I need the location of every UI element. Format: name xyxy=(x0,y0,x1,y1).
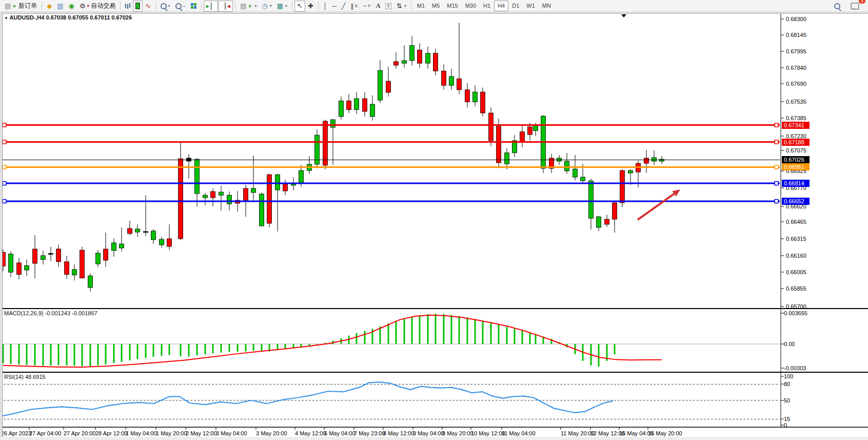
price-line-label: 0.67341 xyxy=(782,122,810,129)
line-handle[interactable] xyxy=(775,140,778,144)
candle xyxy=(331,120,336,127)
zoom-in-button[interactable]: + xyxy=(158,1,173,12)
crosshair-button[interactable]: ✚ xyxy=(305,1,316,12)
candle xyxy=(267,175,272,223)
time-axis-label: 11 May 04:00 xyxy=(502,430,536,437)
search-icon xyxy=(834,3,840,9)
bar-chart-button[interactable] xyxy=(123,1,133,12)
notifications-button[interactable]: 1 xyxy=(848,1,862,12)
line-handle[interactable] xyxy=(775,123,778,127)
horizontal-line-button[interactable]: ─ xyxy=(329,1,339,12)
rsi-axis-label: 50 xyxy=(784,397,790,404)
new-order-button[interactable]: ▤＋ 新订单 xyxy=(2,1,40,12)
candle xyxy=(179,159,183,239)
vertical-line-button[interactable]: │ xyxy=(321,1,330,12)
line-handle[interactable] xyxy=(3,140,6,144)
line-handle[interactable] xyxy=(775,165,778,169)
tab-timeframe-M1[interactable]: M1 xyxy=(413,1,428,11)
line-handle[interactable] xyxy=(3,123,6,127)
chart-shift-button[interactable]: ▕◂ xyxy=(218,1,233,12)
arrows-button[interactable]: ⇅▾ xyxy=(394,1,409,12)
price-axis-label: 0.67995 xyxy=(786,48,806,55)
signal-icon: ◉ xyxy=(69,3,74,9)
chart-plot-area[interactable] xyxy=(0,13,868,440)
signals-button[interactable]: ◉ xyxy=(66,1,77,12)
blue-page-icon: ▥ xyxy=(57,3,63,9)
bar-glyph: ▏ xyxy=(211,3,215,10)
text-label-button[interactable]: T xyxy=(383,1,394,12)
trend-arrow-shaft[interactable] xyxy=(638,192,677,220)
time-axis-label: 28 Apr 12:00 xyxy=(95,430,127,437)
candle xyxy=(605,219,609,224)
indicators-button[interactable]: ▤＋▾ xyxy=(238,1,259,12)
red-dot-icon: • xyxy=(87,3,90,9)
tab-timeframe-W1[interactable]: W1 xyxy=(523,1,539,11)
candle xyxy=(80,250,85,278)
candle xyxy=(465,90,470,102)
candle xyxy=(644,158,649,163)
macd-label: MACD(12,26,9) -0.001243 -0.001867 xyxy=(4,310,97,317)
autoscroll-button[interactable]: ▸▏ xyxy=(204,1,219,12)
line-handle[interactable] xyxy=(3,165,6,169)
clock-icon: ◷ xyxy=(262,3,267,9)
cursor-button[interactable]: ↖ xyxy=(294,1,305,12)
tab-timeframe-M30[interactable]: M30 xyxy=(462,1,480,11)
line-handle[interactable] xyxy=(3,199,6,203)
line-handle[interactable] xyxy=(3,182,6,185)
tab-timeframe-MN[interactable]: MN xyxy=(539,1,555,11)
candle xyxy=(347,101,351,109)
candle xyxy=(260,194,264,226)
candle xyxy=(489,113,494,141)
chart-region[interactable]: ▼ AUDUSD-,H4 0.67038 0.67055 0.67011 0.6… xyxy=(0,13,868,440)
line-chart-button[interactable]: ∿ xyxy=(143,1,153,12)
time-axis-label: 11 May 20:00 xyxy=(561,430,595,437)
tab-timeframe-D1[interactable]: D1 xyxy=(508,1,523,11)
price-axis-label: 0.66160 xyxy=(786,253,806,259)
bar-glyph: ▕ xyxy=(221,3,225,10)
price-axis-label: 0.66315 xyxy=(786,236,806,242)
candle xyxy=(565,161,569,171)
line-handle[interactable] xyxy=(775,199,778,203)
price-line-label: 0.66652 xyxy=(782,198,810,205)
tab-timeframe-H1[interactable]: H1 xyxy=(480,1,494,11)
line-handle[interactable] xyxy=(775,182,778,185)
trendline-button[interactable]: ╱ xyxy=(339,1,348,12)
tile-windows-button[interactable] xyxy=(188,1,199,12)
autotrading-button[interactable]: ⚙• 自动交易 xyxy=(77,1,118,12)
separator xyxy=(292,2,292,10)
time-axis-label: 10 May 12:00 xyxy=(471,430,505,437)
candle xyxy=(363,99,367,111)
zoom-out-button[interactable]: − xyxy=(173,1,188,12)
candle xyxy=(426,53,430,63)
fibonacci-button[interactable]: ┄F xyxy=(361,1,373,12)
candle xyxy=(394,62,399,65)
rsi-axis-label: 0 xyxy=(784,422,787,429)
candle xyxy=(339,101,344,117)
symbol-dropdown-icon[interactable]: ▼ xyxy=(4,16,8,21)
candle xyxy=(497,126,501,163)
symbol-title: ▼ AUDUSD-,H4 0.67038 0.67055 0.67011 0.6… xyxy=(4,14,132,22)
tab-timeframe-H4[interactable]: H4 xyxy=(494,1,508,11)
separator xyxy=(235,2,235,10)
candle xyxy=(597,217,601,227)
candle xyxy=(227,195,232,204)
right-tools: 1 xyxy=(832,1,866,12)
candle xyxy=(195,159,200,194)
tab-timeframe-M15[interactable]: M15 xyxy=(443,1,461,11)
candle xyxy=(96,253,101,264)
blue-page-button[interactable]: ▥ xyxy=(54,1,66,12)
candle xyxy=(534,125,538,131)
tab-timeframe-M5[interactable]: M5 xyxy=(428,1,443,11)
text-button[interactable]: A xyxy=(373,1,383,12)
price-line-label: 0.67188 xyxy=(782,139,810,146)
price-axis-label: 0.68145 xyxy=(786,32,806,39)
gold-badge-button[interactable]: ◆ xyxy=(44,1,54,12)
fibonacci-icon: ┄ xyxy=(363,3,367,10)
periods-button[interactable]: ◷▾ xyxy=(259,1,274,12)
candle xyxy=(135,229,140,232)
search-button[interactable] xyxy=(832,1,843,12)
channel-button[interactable]: ∥E xyxy=(348,1,360,12)
candlestick-chart-button[interactable] xyxy=(133,1,143,12)
price-axis-label: 0.66465 xyxy=(786,219,806,225)
templates-button[interactable]: ▦▾ xyxy=(274,1,290,12)
